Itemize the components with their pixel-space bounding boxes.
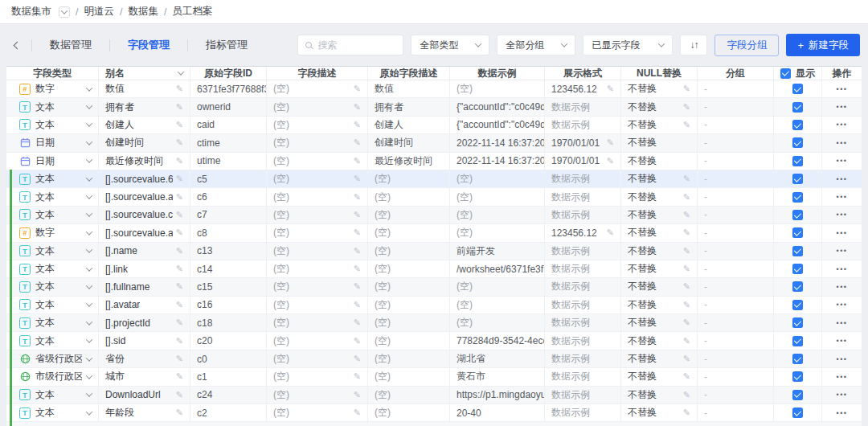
edit-icon[interactable]: ✎ bbox=[680, 336, 690, 346]
more-actions-icon[interactable]: ••• bbox=[837, 211, 848, 219]
edit-icon[interactable]: ✎ bbox=[173, 192, 183, 203]
chevron-down-icon[interactable] bbox=[86, 301, 92, 307]
chevron-down-icon[interactable] bbox=[86, 102, 92, 109]
edit-icon[interactable]: ✎ bbox=[350, 354, 361, 364]
chevron-down-icon[interactable] bbox=[86, 264, 92, 271]
edit-icon[interactable]: ✎ bbox=[173, 84, 183, 94]
edit-icon[interactable]: ✎ bbox=[680, 84, 690, 94]
table-row[interactable]: T文本[].sourcevalue.6371fe...✎c5(空)✎(空)(空)… bbox=[6, 170, 862, 188]
breadcrumb-item-dataset[interactable]: 数据集 bbox=[128, 5, 158, 18]
show-checkbox[interactable] bbox=[792, 390, 803, 400]
table-row[interactable]: T文本[].projectId✎c18(空)✎(空)(空)数据示例不替换✎-••… bbox=[6, 314, 862, 332]
show-checkbox[interactable] bbox=[792, 408, 803, 418]
edit-icon[interactable]: ✎ bbox=[350, 137, 361, 148]
table-row[interactable]: T文本[].fullname✎c15(空)✎(空)(空)数据示例不替换✎-••• bbox=[6, 278, 862, 296]
edit-icon[interactable]: ✎ bbox=[680, 300, 690, 310]
chevron-down-icon[interactable] bbox=[86, 336, 92, 342]
show-checkbox[interactable] bbox=[792, 371, 803, 382]
field-type-cell[interactable]: T文本 bbox=[6, 404, 99, 421]
edit-icon[interactable]: ✎ bbox=[680, 120, 690, 130]
more-actions-icon[interactable]: ••• bbox=[837, 139, 848, 147]
edit-icon[interactable]: ✎ bbox=[173, 408, 183, 418]
edit-icon[interactable]: ✎ bbox=[173, 120, 183, 130]
edit-icon[interactable]: ✎ bbox=[173, 227, 183, 238]
edit-icon[interactable]: ✎ bbox=[173, 371, 183, 382]
more-actions-icon[interactable]: ••• bbox=[837, 175, 848, 183]
table-row[interactable]: T文本[].name✎c13(空)✎(空)前端开发数据示例不替换✎-••• bbox=[6, 243, 862, 260]
more-actions-icon[interactable]: ••• bbox=[837, 373, 848, 381]
edit-icon[interactable]: ✎ bbox=[350, 246, 361, 256]
chevron-down-icon[interactable] bbox=[86, 391, 92, 397]
edit-icon[interactable]: ✎ bbox=[173, 264, 183, 274]
show-checkbox[interactable] bbox=[792, 156, 803, 166]
edit-icon[interactable]: ✎ bbox=[680, 371, 690, 382]
table-row[interactable]: 日期创建时间✎ctime(空)✎创建时间2022-11-14 16:37:20.… bbox=[6, 134, 862, 152]
more-actions-icon[interactable]: ••• bbox=[837, 229, 848, 237]
chevron-down-icon[interactable] bbox=[86, 211, 92, 217]
show-checkbox[interactable] bbox=[792, 354, 803, 364]
edit-icon[interactable]: ✎ bbox=[680, 281, 690, 292]
show-checkbox[interactable] bbox=[792, 246, 803, 256]
show-checkbox[interactable] bbox=[792, 300, 803, 310]
show-checkbox[interactable] bbox=[792, 102, 803, 113]
chevron-down-icon[interactable] bbox=[86, 228, 92, 235]
edit-icon[interactable]: ✎ bbox=[680, 317, 690, 328]
edit-icon[interactable]: ✎ bbox=[680, 192, 690, 203]
more-actions-icon[interactable]: ••• bbox=[837, 121, 848, 129]
more-actions-icon[interactable]: ••• bbox=[837, 193, 848, 201]
more-actions-icon[interactable]: ••• bbox=[837, 247, 848, 255]
edit-icon[interactable]: ✎ bbox=[680, 102, 690, 113]
field-type-cell[interactable]: #数字 bbox=[6, 224, 99, 241]
chevron-down-icon[interactable] bbox=[86, 408, 92, 415]
edit-icon[interactable]: ✎ bbox=[604, 84, 614, 94]
edit-icon[interactable]: ✎ bbox=[680, 210, 690, 220]
edit-icon[interactable]: ✎ bbox=[173, 354, 183, 364]
edit-icon[interactable]: ✎ bbox=[350, 264, 361, 274]
more-actions-icon[interactable]: ••• bbox=[837, 391, 848, 399]
table-row[interactable]: 日期最近修改时间✎utime(空)✎最近修改时间2022-11-14 16:37… bbox=[6, 153, 862, 170]
table-row[interactable]: T文本创建人✎caid(空)✎创建人{"accountId":"c0c49d7c… bbox=[6, 117, 862, 134]
tab-data-management[interactable]: 数据管理 bbox=[40, 38, 101, 52]
field-type-cell[interactable]: 日期 bbox=[6, 134, 99, 151]
edit-icon[interactable]: ✎ bbox=[173, 336, 183, 346]
edit-icon[interactable]: ✎ bbox=[173, 390, 183, 400]
table-row[interactable]: T文本拥有者✎ownerid(空)✎拥有者{"accountId":"c0c49… bbox=[6, 98, 862, 116]
edit-icon[interactable]: ✎ bbox=[173, 137, 183, 148]
field-type-cell[interactable]: T文本 bbox=[6, 117, 99, 133]
tab-metric-management[interactable]: 指标管理 bbox=[196, 38, 257, 52]
edit-icon[interactable]: ✎ bbox=[350, 371, 361, 382]
edit-icon[interactable]: ✎ bbox=[350, 300, 361, 310]
edit-icon[interactable]: ✎ bbox=[350, 174, 361, 184]
edit-icon[interactable]: ✎ bbox=[173, 281, 183, 292]
chevron-down-icon[interactable] bbox=[86, 192, 92, 199]
chevron-down-icon[interactable] bbox=[86, 247, 92, 253]
edit-icon[interactable]: ✎ bbox=[350, 192, 361, 203]
chevron-down-icon[interactable] bbox=[86, 84, 92, 91]
back-icon[interactable] bbox=[14, 41, 22, 49]
edit-icon[interactable]: ✎ bbox=[350, 210, 361, 220]
table-row[interactable]: #数字[].sourcevalue.autoid✎c8(空)✎(空)(空)123… bbox=[6, 224, 862, 242]
edit-icon[interactable]: ✎ bbox=[604, 137, 614, 148]
more-actions-icon[interactable]: ••• bbox=[837, 283, 848, 291]
more-actions-icon[interactable]: ••• bbox=[837, 157, 848, 165]
edit-icon[interactable]: ✎ bbox=[604, 156, 614, 166]
show-checkbox[interactable] bbox=[792, 120, 803, 130]
edit-icon[interactable]: ✎ bbox=[173, 210, 183, 220]
field-type-cell[interactable]: T文本 bbox=[6, 314, 99, 331]
filter-shown-fields-select[interactable]: 已显示字段 bbox=[583, 35, 673, 55]
field-type-cell[interactable]: T文本 bbox=[6, 207, 99, 223]
filter-all-types-select[interactable]: 全部类型 bbox=[411, 35, 489, 55]
show-checkbox[interactable] bbox=[792, 227, 803, 238]
table-row[interactable]: T文本DownloadUrl✎c24(空)✎(空)https://p1.ming… bbox=[6, 387, 862, 404]
more-actions-icon[interactable]: ••• bbox=[837, 319, 848, 327]
edit-icon[interactable]: ✎ bbox=[350, 227, 361, 238]
field-type-cell[interactable]: T文本 bbox=[6, 297, 99, 313]
edit-icon[interactable]: ✎ bbox=[173, 317, 183, 328]
more-actions-icon[interactable]: ••• bbox=[837, 265, 848, 273]
edit-icon[interactable]: ✎ bbox=[350, 156, 361, 166]
edit-icon[interactable]: ✎ bbox=[350, 102, 361, 113]
edit-icon[interactable]: ✎ bbox=[680, 246, 690, 256]
field-type-cell[interactable]: T文本 bbox=[6, 260, 99, 277]
edit-icon[interactable]: ✎ bbox=[350, 281, 361, 292]
field-type-cell[interactable]: T文本 bbox=[6, 98, 99, 115]
